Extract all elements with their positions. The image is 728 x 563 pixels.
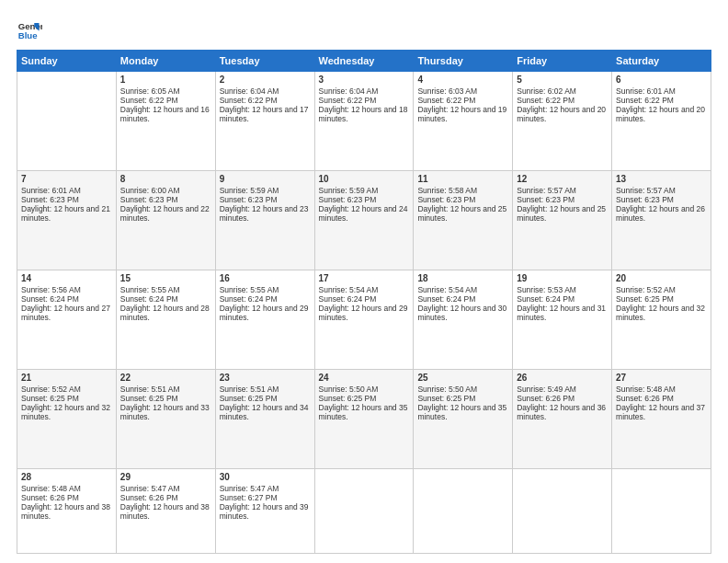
sunrise-text: Sunrise: 5:55 AM: [220, 285, 279, 294]
sunset-text: Sunset: 6:25 PM: [417, 394, 475, 403]
sunset-text: Sunset: 6:24 PM: [319, 294, 377, 304]
daylight-text: Daylight: 12 hours and 37 minutes.: [616, 403, 705, 421]
logo-icon: General Blue: [17, 17, 42, 42]
sunset-text: Sunset: 6:23 PM: [220, 195, 278, 204]
sunset-text: Sunset: 6:25 PM: [21, 394, 79, 403]
daylight-text: Daylight: 12 hours and 22 minutes.: [120, 204, 210, 223]
day-number: 15: [120, 273, 211, 283]
calendar-cell: 28Sunrise: 5:48 AMSunset: 6:26 PMDayligh…: [17, 468, 117, 553]
day-number: 30: [220, 472, 311, 482]
calendar-cell: 16Sunrise: 5:55 AMSunset: 6:24 PMDayligh…: [215, 270, 314, 369]
sunrise-text: Sunrise: 6:05 AM: [120, 86, 180, 96]
calendar-table: SundayMondayTuesdayWednesdayThursdayFrid…: [17, 50, 711, 554]
sunset-text: Sunset: 6:25 PM: [616, 294, 674, 304]
daylight-text: Daylight: 12 hours and 29 minutes.: [319, 304, 408, 322]
sunset-text: Sunset: 6:24 PM: [120, 294, 178, 304]
sunset-text: Sunset: 6:26 PM: [517, 394, 574, 403]
sunset-text: Sunset: 6:25 PM: [319, 394, 377, 403]
sunset-text: Sunset: 6:27 PM: [220, 493, 278, 502]
day-number: 6: [616, 75, 707, 85]
calendar-cell: 17Sunrise: 5:54 AMSunset: 6:24 PMDayligh…: [314, 270, 414, 369]
daylight-text: Daylight: 12 hours and 32 minutes.: [21, 403, 110, 421]
weekday-header-sunday: Sunday: [17, 51, 117, 72]
calendar-cell: 11Sunrise: 5:58 AMSunset: 6:23 PMDayligh…: [414, 170, 513, 270]
day-number: 16: [220, 273, 311, 283]
calendar-cell: 5Sunrise: 6:02 AMSunset: 6:22 PMDaylight…: [513, 72, 612, 171]
daylight-text: Daylight: 12 hours and 23 minutes.: [220, 204, 309, 223]
daylight-text: Daylight: 12 hours and 36 minutes.: [517, 403, 606, 421]
calendar-week-2: 7Sunrise: 6:01 AMSunset: 6:23 PMDaylight…: [17, 170, 711, 270]
weekday-header-friday: Friday: [513, 51, 612, 72]
calendar-cell: 12Sunrise: 5:57 AMSunset: 6:23 PMDayligh…: [513, 170, 612, 270]
sunrise-text: Sunrise: 5:52 AM: [616, 285, 676, 294]
calendar-week-4: 21Sunrise: 5:52 AMSunset: 6:25 PMDayligh…: [17, 369, 711, 468]
sunrise-text: Sunrise: 6:01 AM: [21, 186, 81, 195]
calendar-week-1: 1Sunrise: 6:05 AMSunset: 6:22 PMDaylight…: [17, 72, 711, 171]
weekday-header-tuesday: Tuesday: [215, 51, 314, 72]
sunset-text: Sunset: 6:22 PM: [616, 96, 674, 105]
calendar-cell: 23Sunrise: 5:51 AMSunset: 6:25 PMDayligh…: [215, 369, 314, 468]
daylight-text: Daylight: 12 hours and 28 minutes.: [120, 304, 210, 322]
calendar-cell: 1Sunrise: 6:05 AMSunset: 6:22 PMDaylight…: [116, 72, 215, 171]
daylight-text: Daylight: 12 hours and 20 minutes.: [616, 105, 705, 123]
day-number: 11: [417, 174, 508, 184]
sunset-text: Sunset: 6:25 PM: [120, 394, 178, 403]
sunset-text: Sunset: 6:26 PM: [120, 493, 178, 502]
calendar-cell: [513, 468, 612, 553]
sunset-text: Sunset: 6:23 PM: [517, 195, 574, 204]
day-number: 29: [120, 472, 211, 482]
logo: General Blue: [17, 17, 42, 42]
day-number: 23: [220, 373, 311, 383]
daylight-text: Daylight: 12 hours and 32 minutes.: [616, 304, 705, 322]
sunset-text: Sunset: 6:25 PM: [220, 394, 278, 403]
sunset-text: Sunset: 6:22 PM: [517, 96, 574, 105]
sunset-text: Sunset: 6:26 PM: [21, 493, 79, 502]
calendar-cell: 15Sunrise: 5:55 AMSunset: 6:24 PMDayligh…: [116, 270, 215, 369]
daylight-text: Daylight: 12 hours and 38 minutes.: [21, 502, 110, 521]
day-number: 25: [417, 373, 508, 383]
calendar-cell: 21Sunrise: 5:52 AMSunset: 6:25 PMDayligh…: [17, 369, 117, 468]
day-number: 19: [517, 273, 608, 283]
day-number: 2: [220, 75, 311, 85]
weekday-header-thursday: Thursday: [414, 51, 513, 72]
calendar-cell: 22Sunrise: 5:51 AMSunset: 6:25 PMDayligh…: [116, 369, 215, 468]
calendar-cell: 13Sunrise: 5:57 AMSunset: 6:23 PMDayligh…: [612, 170, 711, 270]
day-number: 12: [517, 174, 608, 184]
sunrise-text: Sunrise: 5:55 AM: [120, 285, 180, 294]
daylight-text: Daylight: 12 hours and 25 minutes.: [517, 204, 606, 223]
daylight-text: Daylight: 12 hours and 34 minutes.: [220, 403, 309, 421]
daylight-text: Daylight: 12 hours and 17 minutes.: [220, 105, 309, 123]
day-number: 10: [319, 174, 410, 184]
sunrise-text: Sunrise: 6:04 AM: [319, 86, 379, 96]
sunrise-text: Sunrise: 5:59 AM: [319, 186, 379, 195]
sunrise-text: Sunrise: 5:48 AM: [616, 385, 676, 394]
calendar-cell: 19Sunrise: 5:53 AMSunset: 6:24 PMDayligh…: [513, 270, 612, 369]
calendar-cell: 18Sunrise: 5:54 AMSunset: 6:24 PMDayligh…: [414, 270, 513, 369]
calendar-cell: 27Sunrise: 5:48 AMSunset: 6:26 PMDayligh…: [612, 369, 711, 468]
day-number: 1: [120, 75, 211, 85]
calendar-cell: 20Sunrise: 5:52 AMSunset: 6:25 PMDayligh…: [612, 270, 711, 369]
day-number: 27: [616, 373, 707, 383]
day-number: 28: [21, 472, 112, 482]
daylight-text: Daylight: 12 hours and 27 minutes.: [21, 304, 110, 322]
sunset-text: Sunset: 6:22 PM: [120, 96, 178, 105]
day-number: 3: [319, 75, 410, 85]
sunrise-text: Sunrise: 5:57 AM: [517, 186, 576, 195]
day-number: 5: [517, 75, 608, 85]
sunset-text: Sunset: 6:22 PM: [220, 96, 278, 105]
sunset-text: Sunset: 6:22 PM: [417, 96, 475, 105]
sunrise-text: Sunrise: 5:59 AM: [220, 186, 279, 195]
weekday-header-monday: Monday: [116, 51, 215, 72]
daylight-text: Daylight: 12 hours and 35 minutes.: [319, 403, 408, 421]
calendar-cell: 2Sunrise: 6:04 AMSunset: 6:22 PMDaylight…: [215, 72, 314, 171]
daylight-text: Daylight: 12 hours and 35 minutes.: [417, 403, 506, 421]
header: General Blue: [17, 17, 711, 42]
calendar-cell: 24Sunrise: 5:50 AMSunset: 6:25 PMDayligh…: [314, 369, 414, 468]
daylight-text: Daylight: 12 hours and 33 minutes.: [120, 403, 210, 421]
calendar-cell: 10Sunrise: 5:59 AMSunset: 6:23 PMDayligh…: [314, 170, 414, 270]
sunset-text: Sunset: 6:23 PM: [319, 195, 377, 204]
daylight-text: Daylight: 12 hours and 18 minutes.: [319, 105, 408, 123]
calendar-cell: [612, 468, 711, 553]
day-number: 20: [616, 273, 707, 283]
calendar-cell: [17, 72, 117, 171]
